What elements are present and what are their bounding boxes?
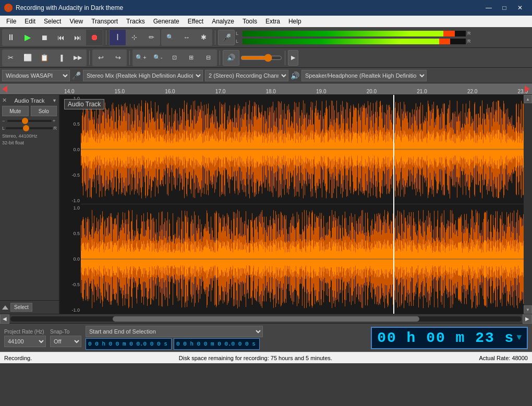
gain-control: − + [2, 118, 57, 124]
toolbar-separator-2 [215, 30, 215, 45]
host-select[interactable]: Windows WASAPI [2, 70, 70, 81]
device-toolbar: Windows WASAPI 🎤 Stereo Mix (Realtek Hig… [0, 68, 532, 83]
menu-tools[interactable]: Tools [238, 17, 261, 26]
copy-button[interactable]: ⬜ [19, 50, 36, 66]
redo-button[interactable]: ↪ [110, 50, 126, 66]
menu-help[interactable]: Help [284, 17, 306, 26]
channels-select[interactable]: 2 (Stereo) Recording Chann [205, 70, 288, 81]
waveform-canvas-bottom [81, 204, 524, 314]
menu-transport[interactable]: Transport [87, 17, 122, 26]
vu-fill-left-yellow [410, 31, 443, 36]
track-select-button[interactable]: Select [10, 303, 32, 312]
y-label-0-0: 0.0 [60, 147, 81, 152]
menu-tracks[interactable]: Tracks [122, 17, 149, 26]
selection-start-input[interactable] [86, 338, 172, 350]
zoom-tool-buttons: 🔍 ↔ ✱ [161, 29, 212, 46]
selection-time-inputs [86, 338, 367, 350]
zoom-out-button[interactable]: 🔍- [150, 50, 166, 66]
maximize-button[interactable]: □ [497, 0, 512, 16]
pause-button[interactable]: ⏸ [3, 30, 19, 45]
edit-buttons: ✂ ⬜ 📋 ▐ ▶▶ [2, 50, 87, 66]
menu-generate[interactable]: Generate [149, 17, 184, 26]
vscroll-up-button[interactable]: ▲ [524, 95, 532, 103]
zoom-in-button-2[interactable]: 🔍+ [133, 50, 150, 66]
track-header-content: ✕ Audio Track ▼ Mute Solo − + L [0, 95, 59, 300]
zoom-in-button[interactable]: 🔍 [162, 30, 178, 45]
select-tool-button[interactable]: I [110, 30, 126, 45]
minimize-button[interactable]: — [481, 0, 497, 16]
hscroll-right-button[interactable]: ▶ [523, 314, 532, 324]
selection-end-input[interactable] [174, 338, 260, 350]
snap-to-label: Snap-To [50, 329, 81, 335]
app-icon: 🎵 [4, 4, 13, 12]
menu-file[interactable]: File [2, 17, 20, 26]
pan-control: L R [2, 126, 57, 131]
menu-edit[interactable]: Edit [20, 17, 40, 26]
snap-to-select[interactable]: Off [50, 336, 81, 347]
menu-view[interactable]: View [65, 17, 87, 26]
zoom-out-full-button[interactable]: ⊟ [200, 50, 216, 66]
input-device-select[interactable]: Stereo Mix (Realtek High Definition Audi… [83, 70, 203, 81]
waveform-channel-bottom[interactable] [81, 204, 524, 314]
zoom-sel-button[interactable]: ⊞ [183, 50, 200, 66]
waveform-track-label: Audio Track [64, 99, 104, 109]
skip-back-button[interactable]: ⏮ [53, 30, 69, 45]
window-title: Recording with Audacity in Dark theme [16, 4, 123, 11]
project-rate-select[interactable]: 44100 [4, 336, 46, 347]
pan-slider-thumb[interactable] [23, 125, 29, 131]
multi-tool-button[interactable]: ✱ [195, 30, 212, 45]
vu-fill-left-green [243, 31, 410, 36]
output-device-select[interactable]: Speaker/Headphone (Realtek High Definiti… [301, 70, 427, 81]
track-controls: ✕ Audio Track ▼ Mute Solo − + L [0, 95, 60, 314]
zoom-buttons: 🔍+ 🔍- ⊡ ⊞ ⊟ [132, 50, 217, 66]
play-button[interactable]: ▶ [19, 30, 36, 45]
zoom-fit-button[interactable]: ⊡ [166, 50, 183, 66]
gain-minus-icon: − [2, 118, 6, 124]
timeline-ruler[interactable]: 14.0 15.0 16.0 17.0 18.0 19.0 20.0 21.0 … [0, 83, 532, 95]
record-button[interactable]: ⏺ [86, 30, 103, 45]
stop-button[interactable]: ⏹ [36, 30, 53, 45]
selection-type-select[interactable]: Start and End of Selection Start and Len… [86, 326, 263, 337]
menu-extra[interactable]: Extra [261, 17, 284, 26]
solo-button[interactable]: Solo [31, 106, 57, 116]
edit-toolbar: ✂ ⬜ 📋 ▐ ▶▶ ↩ ↪ 🔍+ 🔍- ⊡ ⊞ ⊟ 🔊 ▶ [0, 48, 532, 68]
mic-icon-device: 🎤 [72, 71, 81, 80]
mic-icon[interactable]: 🎤 [218, 30, 235, 45]
vu-r-label: L [236, 39, 241, 44]
more-btn[interactable]: ▶ [288, 50, 298, 66]
skip-forward-button[interactable]: ⏭ [69, 30, 86, 45]
playback-slider[interactable] [240, 54, 282, 62]
vu-r-label-top: R [467, 31, 473, 36]
hscroll-left-button[interactable]: ◀ [0, 314, 9, 324]
selection-section: Start and End of Selection Start and Len… [86, 326, 367, 350]
track-dropdown-arrow[interactable]: ▼ [52, 98, 57, 103]
menu-effect[interactable]: Effect [184, 17, 208, 26]
vu-fill-right-yellow [399, 39, 439, 44]
menu-analyze[interactable]: Analyze [208, 17, 238, 26]
time-dropdown-arrow[interactable]: ▼ [516, 333, 522, 342]
track-close-button[interactable]: ✕ [2, 97, 7, 104]
time-shift-button[interactable]: ↔ [178, 30, 195, 45]
cut-button[interactable]: ✂ [3, 50, 19, 66]
silence-button[interactable]: ▶▶ [69, 50, 86, 66]
edit-sep [89, 51, 90, 65]
menu-select[interactable]: Select [40, 17, 65, 26]
vu-fill-right-green [243, 39, 399, 44]
edit-sep-2 [129, 51, 130, 65]
paste-button[interactable]: 📋 [36, 50, 53, 66]
mute-button[interactable]: Mute [2, 106, 29, 116]
hscroll-thumb[interactable] [113, 316, 419, 322]
playhead [393, 95, 394, 314]
close-button[interactable]: ✕ [512, 0, 528, 16]
envelope-tool-button[interactable]: ⊹ [126, 30, 143, 45]
y-axis-top: 1.0 0.5 0.0 -0.5 -1.0 [60, 95, 81, 204]
draw-tool-button[interactable]: ✏ [143, 30, 160, 45]
bottom-toolbar: Project Rate (Hz) 44100 Snap-To Off Star… [0, 323, 532, 352]
vscroll-down-button[interactable]: ▼ [524, 305, 532, 314]
playback-icon[interactable]: 🔊 [223, 50, 239, 66]
undo-button[interactable]: ↩ [93, 50, 110, 66]
waveform-channel-top[interactable] [81, 95, 524, 204]
track-collapse-arrow[interactable] [2, 305, 8, 310]
gain-slider-thumb[interactable] [22, 118, 28, 124]
trim-button[interactable]: ▐ [53, 50, 69, 66]
